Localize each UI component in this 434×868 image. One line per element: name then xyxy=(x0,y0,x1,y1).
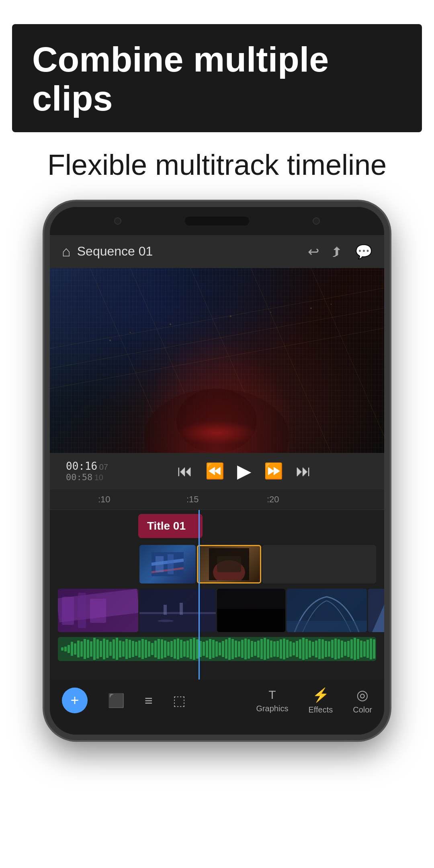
svg-rect-34 xyxy=(180,603,183,615)
ruler-mark-15: :15 xyxy=(186,494,199,505)
effects-label: Effects xyxy=(308,705,333,714)
wave-bar xyxy=(254,642,256,656)
wave-bar xyxy=(363,641,366,657)
svg-point-13 xyxy=(310,307,312,309)
wave-bar xyxy=(251,641,253,657)
wave-bar xyxy=(315,641,317,657)
toolbar-clip-icon[interactable]: ⬛ xyxy=(108,692,125,708)
timecode-display: 00:16 07 00:58 10 xyxy=(66,460,108,482)
timecode-primary: 00:16 07 xyxy=(66,460,108,472)
wave-bar xyxy=(154,641,157,657)
main-clip-5-thumb xyxy=(368,589,390,632)
wave-bar xyxy=(257,641,260,657)
graphics-label: Graphics xyxy=(256,704,288,713)
color-label: Color xyxy=(353,705,372,714)
wave-bar xyxy=(331,640,334,658)
top-bar: ⌂ Sequence 01 ↩ ⮭ 💬 xyxy=(50,235,384,268)
main-clip-4[interactable] xyxy=(287,589,367,632)
svg-point-9 xyxy=(130,332,131,333)
undo-icon[interactable]: ↩ xyxy=(308,244,319,260)
title-clip[interactable]: Title 01 xyxy=(138,514,203,538)
wave-bar xyxy=(318,639,321,659)
skip-back-button[interactable]: ⏮ xyxy=(177,463,192,480)
svg-point-11 xyxy=(230,315,231,317)
top-bar-actions: ↩ ⮭ 💬 xyxy=(308,244,372,260)
svg-rect-32 xyxy=(139,612,216,614)
video-preview xyxy=(50,268,384,453)
bottom-toolbar: + ⬛ ≡ ⬚ T Graphics xyxy=(50,680,384,723)
main-clip-3-thumb xyxy=(217,589,285,632)
wave-bar xyxy=(293,643,295,655)
frame-back-button[interactable]: ⏪ xyxy=(205,462,224,480)
main-clip-5[interactable] xyxy=(368,589,390,632)
subtitle: Flexible multitrack timeline xyxy=(0,148,434,181)
wave-bar xyxy=(71,642,73,656)
color-icon: ◎ xyxy=(356,687,368,703)
svg-point-10 xyxy=(170,323,171,325)
toolbar-graphics[interactable]: T Graphics xyxy=(256,688,288,713)
svg-point-12 xyxy=(270,311,272,313)
share-icon[interactable]: ⮭ xyxy=(330,244,344,260)
wave-bar xyxy=(299,639,301,659)
skip-forward-button[interactable]: ⏭ xyxy=(296,463,311,480)
clip-thumbnail-svg xyxy=(151,552,184,576)
home-icon[interactable]: ⌂ xyxy=(62,243,71,260)
broll-clip-2[interactable] xyxy=(197,545,261,583)
toolbar-effects[interactable]: ⚡ Effects xyxy=(308,687,333,714)
effects-icon: ⚡ xyxy=(312,687,329,703)
svg-rect-37 xyxy=(217,609,285,632)
playhead[interactable] xyxy=(199,510,200,680)
sequence-title: Sequence 01 xyxy=(77,244,301,259)
main-clip-2[interactable] xyxy=(139,589,216,632)
add-button[interactable]: + xyxy=(62,688,88,713)
wave-bar xyxy=(64,647,67,651)
playback-area: 00:16 07 00:58 10 ⏮ ⏪ ▶ ⏩ ⏭ xyxy=(50,453,384,489)
wave-bar xyxy=(193,638,195,660)
main-clip-1[interactable] xyxy=(58,589,138,632)
broll-clip-1[interactable] xyxy=(139,545,196,583)
wave-bar xyxy=(244,639,247,659)
timeline-area[interactable]: Title 01 xyxy=(50,510,384,680)
wave-bar xyxy=(87,640,89,658)
header-banner: Combine multiple clips xyxy=(12,24,422,132)
title-track: Title 01 xyxy=(50,510,384,542)
wave-bar xyxy=(235,641,237,657)
wave-bar xyxy=(68,645,70,653)
wave-bar xyxy=(103,639,105,659)
wave-bar xyxy=(90,641,92,657)
wave-bar xyxy=(161,639,163,659)
wave-bar xyxy=(180,640,182,658)
wave-bar xyxy=(264,638,266,660)
ruler-mark-10: :10 xyxy=(98,494,111,505)
comment-icon[interactable]: 💬 xyxy=(355,244,372,260)
toolbar-color[interactable]: ◎ Color xyxy=(353,687,372,714)
wave-bar xyxy=(325,641,327,657)
transport-controls: ⏮ ⏪ ▶ ⏩ ⏭ xyxy=(120,460,368,482)
wave-bar xyxy=(334,639,337,659)
main-clip-1-thumb xyxy=(58,589,138,632)
phone-bottom-bar xyxy=(50,723,384,735)
wave-bar xyxy=(302,638,305,660)
wave-bar xyxy=(135,642,137,656)
svg-rect-39 xyxy=(287,621,367,632)
wave-bar xyxy=(96,639,99,659)
wave-bar xyxy=(241,640,244,658)
sneaker-silhouette xyxy=(137,332,297,453)
wave-bar xyxy=(228,638,231,660)
wave-bar xyxy=(209,639,211,659)
toolbar-trim-icon[interactable]: ⬚ xyxy=(173,692,186,708)
main-clip-3[interactable] xyxy=(217,589,285,632)
svg-rect-31 xyxy=(139,613,216,632)
main-video-track xyxy=(50,586,384,635)
wave-bar xyxy=(119,641,121,657)
wave-bar xyxy=(344,642,346,656)
frame-forward-button[interactable]: ⏩ xyxy=(264,462,283,480)
wave-bar xyxy=(203,642,205,656)
wave-bar xyxy=(276,641,279,657)
wave-bar xyxy=(170,641,173,657)
play-button[interactable]: ▶ xyxy=(237,460,251,482)
toolbar-split-icon[interactable]: ≡ xyxy=(145,693,153,708)
svg-rect-33 xyxy=(164,605,167,615)
wave-bar xyxy=(190,639,192,659)
svg-rect-24 xyxy=(217,556,241,572)
